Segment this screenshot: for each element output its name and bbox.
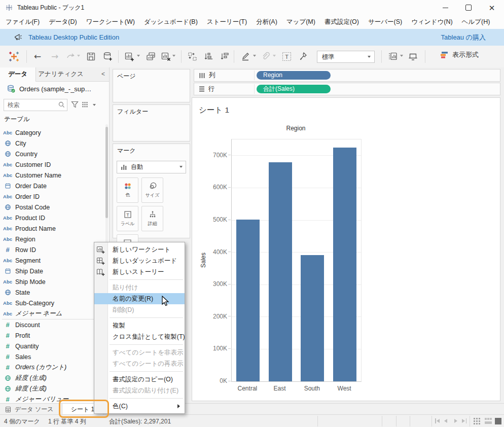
menu-item-0[interactable]: ファイル(F) bbox=[1, 15, 44, 29]
context-menu-item-2[interactable]: 新しいストーリー bbox=[94, 266, 185, 277]
marks-button-color[interactable]: 色 bbox=[117, 177, 138, 203]
show-hide-cards-button[interactable] bbox=[385, 49, 400, 63]
collapse-pane-icon[interactable]: < bbox=[101, 67, 105, 81]
fit-selector[interactable]: 標準 bbox=[317, 51, 375, 63]
first-sheet-icon[interactable] bbox=[437, 419, 440, 423]
data-source-row[interactable]: Orders (sample_-_sup… bbox=[0, 82, 109, 96]
tableau-logo-button[interactable] bbox=[7, 49, 21, 63]
tabs-view-icon[interactable] bbox=[495, 418, 501, 424]
sheet-title[interactable]: シート 1 bbox=[199, 105, 229, 116]
bar-central[interactable] bbox=[236, 220, 260, 381]
clear-caret-icon[interactable] bbox=[172, 55, 175, 57]
field-sales[interactable]: #Sales bbox=[0, 351, 104, 362]
bar-west[interactable] bbox=[333, 148, 356, 381]
buy-tableau-link[interactable]: Tableau の購入 bbox=[441, 33, 486, 42]
filters-card[interactable]: フィルター bbox=[113, 104, 190, 141]
field-customer-name[interactable]: AbcCustomer Name bbox=[0, 170, 104, 181]
menu-item-3[interactable]: ダッシュボード(B) bbox=[139, 15, 202, 29]
tab-data[interactable]: データ bbox=[0, 67, 36, 82]
search-input[interactable] bbox=[7, 100, 57, 110]
marks-button-size[interactable]: サイズ bbox=[141, 177, 163, 203]
field-state[interactable]: State bbox=[0, 287, 104, 298]
sort-ascending-button[interactable] bbox=[201, 49, 215, 63]
context-menu-item-10[interactable]: 書式設定のコピー(O) bbox=[94, 374, 185, 385]
presentation-mode-button[interactable] bbox=[406, 49, 420, 63]
sheet-sorter-icon[interactable] bbox=[474, 418, 480, 424]
menu-item-9[interactable]: ウィンドウ(N) bbox=[407, 15, 457, 29]
duplicate-sheet-button[interactable] bbox=[143, 49, 158, 63]
menu-item-7[interactable]: 書式設定(O) bbox=[320, 15, 364, 29]
filmstrip-view-icon[interactable] bbox=[485, 418, 492, 424]
menu-item-4[interactable]: ストーリー(T) bbox=[202, 15, 251, 29]
next-sheet-icon[interactable] bbox=[454, 419, 457, 423]
field-segment[interactable]: AbcSegment bbox=[0, 255, 104, 266]
text-annotation-button[interactable]: T bbox=[279, 49, 294, 63]
clear-sheet-button[interactable] bbox=[159, 49, 173, 63]
pages-card[interactable]: ページ bbox=[113, 69, 190, 102]
filter-fields-icon[interactable] bbox=[71, 101, 79, 109]
context-menu-item-6[interactable]: 複製 bbox=[94, 320, 185, 331]
field-profit[interactable]: #Profit bbox=[0, 330, 104, 341]
redo-button[interactable]: → bbox=[48, 49, 62, 63]
context-menu-item-4[interactable]: 名前の変更(R) bbox=[94, 293, 185, 304]
columns-shelf[interactable]: 列 Region bbox=[194, 69, 500, 82]
context-menu-item-1[interactable]: 新しいダッシュボード bbox=[94, 255, 185, 266]
search-box[interactable] bbox=[4, 99, 67, 111]
field--[interactable]: 経度 (生成) bbox=[0, 373, 104, 383]
previous-sheet-icon[interactable] bbox=[444, 419, 447, 423]
menu-item-8[interactable]: サーバー(S) bbox=[364, 15, 407, 29]
field-row-id[interactable]: #Row ID bbox=[0, 244, 104, 255]
replay-caret-icon[interactable] bbox=[77, 55, 80, 57]
field-product-id[interactable]: AbcProduct ID bbox=[0, 212, 104, 223]
replay-button[interactable] bbox=[64, 49, 78, 63]
field-city[interactable]: City bbox=[0, 138, 104, 149]
minimize-button[interactable] bbox=[434, 0, 457, 15]
menu-item-6[interactable]: マップ(M) bbox=[282, 15, 320, 29]
marks-button-detail[interactable]: 詳細 bbox=[141, 206, 163, 231]
field-category[interactable]: AbcCategory bbox=[0, 127, 104, 138]
context-menu-item-7[interactable]: クロス集計として複製(T) bbox=[94, 331, 185, 342]
menu-item-2[interactable]: ワークシート(W) bbox=[82, 15, 139, 29]
pill-region[interactable]: Region bbox=[257, 71, 331, 80]
field-order-id[interactable]: AbcOrder ID bbox=[0, 191, 104, 202]
menu-item-1[interactable]: データ(D) bbox=[44, 15, 81, 29]
highlight-button[interactable] bbox=[238, 49, 253, 63]
field-discount[interactable]: #Discount bbox=[0, 319, 104, 330]
show-me-button[interactable]: 表示形式 bbox=[441, 50, 479, 59]
field--[interactable]: Abcメジャー ネーム bbox=[0, 308, 104, 319]
maximize-button[interactable] bbox=[457, 0, 480, 15]
context-menu-item-0[interactable]: 新しいワークシート bbox=[94, 244, 185, 255]
chart-plot-area[interactable] bbox=[231, 139, 362, 382]
save-button[interactable] bbox=[84, 49, 98, 63]
rows-shelf[interactable]: 行 合計(Sales) bbox=[194, 83, 500, 95]
field-sub-category[interactable]: AbcSub-Category bbox=[0, 298, 104, 308]
tab-analytics[interactable]: アナリティクス bbox=[35, 67, 86, 81]
field-customer-id[interactable]: AbcCustomer ID bbox=[0, 159, 104, 170]
field-quantity[interactable]: #Quantity bbox=[0, 341, 104, 351]
last-sheet-icon[interactable] bbox=[466, 418, 467, 423]
field-ship-mode[interactable]: AbcShip Mode bbox=[0, 276, 104, 287]
new-worksheet-button[interactable] bbox=[122, 49, 136, 63]
swap-axes-button[interactable] bbox=[185, 49, 199, 63]
last-sheet-icon[interactable] bbox=[462, 419, 465, 423]
view-mode-icon[interactable] bbox=[82, 101, 89, 109]
menu-item-5[interactable]: 分析(A) bbox=[251, 15, 282, 29]
bar-east[interactable] bbox=[269, 162, 292, 381]
marks-button-label[interactable]: Tラベル bbox=[117, 206, 138, 231]
scrollbar-thumb[interactable] bbox=[105, 127, 108, 218]
field-postal-code[interactable]: Postal Code bbox=[0, 202, 104, 212]
field-ship-date[interactable]: Ship Date bbox=[0, 266, 104, 276]
field-order-date[interactable]: Order Date bbox=[0, 181, 104, 191]
view-mode-caret-icon[interactable] bbox=[93, 104, 96, 106]
first-sheet-icon[interactable] bbox=[435, 418, 436, 423]
field-country[interactable]: Country bbox=[0, 149, 104, 159]
bar-south[interactable] bbox=[301, 255, 324, 381]
menu-item-10[interactable]: ヘルプ(H) bbox=[457, 15, 495, 29]
field-product-name[interactable]: AbcProduct Name bbox=[0, 223, 104, 234]
attach-caret-icon[interactable] bbox=[273, 55, 276, 57]
pill-sum-sales[interactable]: 合計(Sales) bbox=[257, 85, 331, 93]
cards-caret-icon[interactable] bbox=[400, 55, 403, 57]
close-button[interactable]: ✕ bbox=[480, 0, 503, 15]
field-orders-[interactable]: #Orders (カウント) bbox=[0, 362, 104, 373]
pin-button[interactable] bbox=[296, 49, 310, 63]
